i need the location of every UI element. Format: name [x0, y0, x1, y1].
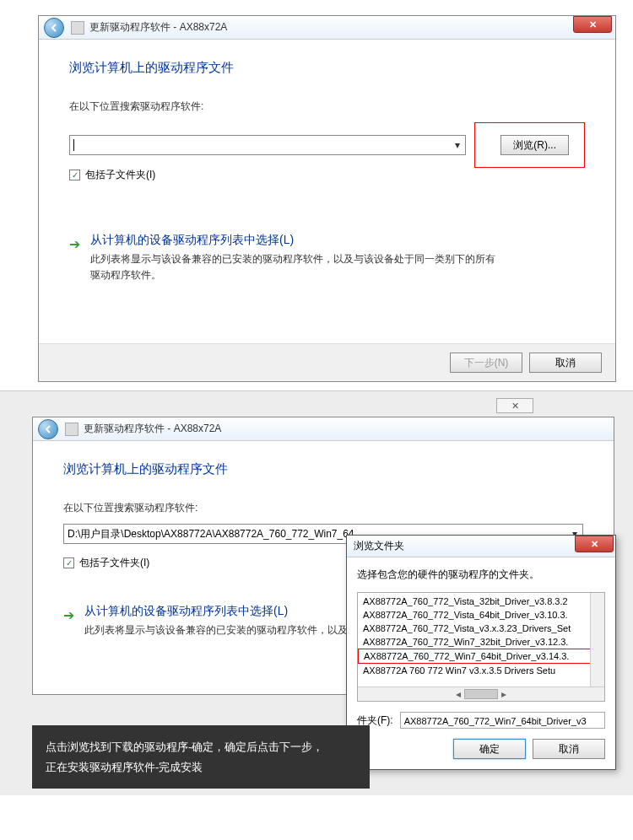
- overlay-line-2: 正在安装驱动程序软件-完成安装: [46, 757, 356, 777]
- option-title: 从计算机的设备驱动程序列表中选择(L): [84, 604, 358, 619]
- option-description: 此列表将显示与该设备兼容的已安装的驱动程序软件，以及与: [84, 622, 358, 638]
- folder-item[interactable]: AX88772A 760 772 Win7 v3.x.3.5 Drivers S…: [358, 664, 604, 677]
- search-label: 在以下位置搜索驱动程序软件:: [69, 100, 585, 114]
- vertical-scrollbar[interactable]: [590, 593, 604, 687]
- horizontal-scrollbar[interactable]: [358, 687, 604, 701]
- dialog-close-button[interactable]: ✕: [575, 536, 614, 552]
- ok-button[interactable]: 确定: [453, 739, 526, 759]
- folder-item[interactable]: AX88772A_760_772_Vista_32bit_Driver_v3.8…: [358, 595, 604, 608]
- back-button[interactable]: [38, 419, 58, 439]
- dialog-buttons: 确定 取消: [357, 739, 605, 759]
- lower-region: ✕ 更新驱动程序软件 - AX88x72A 浏览计算机上的驱动程序文件 在以下位…: [0, 390, 633, 795]
- window-footer: 下一步(N) 取消: [39, 343, 615, 381]
- text-cursor: [73, 139, 74, 151]
- page-heading: 浏览计算机上的驱动程序文件: [69, 60, 585, 76]
- window-title: 更新驱动程序软件 - AX88x72A: [84, 422, 221, 436]
- cancel-button[interactable]: 取消: [533, 739, 605, 759]
- include-subfolders-checkbox[interactable]: ✓: [69, 170, 80, 180]
- instruction-overlay: 点击浏览找到下载的驱动程序-确定，确定后点击下一步， 正在安装驱动程序软件-完成…: [32, 725, 370, 789]
- window-icon: [71, 21, 84, 35]
- browse-button[interactable]: 浏览(R)...: [500, 135, 569, 155]
- path-combobox[interactable]: [69, 135, 466, 155]
- pick-from-list-option[interactable]: ➔ 从计算机的设备驱动程序列表中选择(L) 此列表将显示与该设备兼容的已安装的驱…: [69, 233, 585, 283]
- path-value: D:\用户目录\Desktop\AX88772A\AX88772A_760_77…: [68, 527, 354, 541]
- folder-item[interactable]: AX88772A_760_772_Win7_32bit_Driver_v3.12…: [358, 635, 604, 649]
- overlay-line-1: 点击浏览找到下载的驱动程序-确定，确定后点击下一步，: [46, 737, 356, 757]
- search-label: 在以下位置搜索驱动程序软件:: [63, 501, 583, 515]
- back-button[interactable]: [44, 18, 64, 38]
- close-button[interactable]: ✕: [573, 16, 612, 33]
- browse-highlight-box: 浏览(R)...: [474, 122, 585, 168]
- folder-tree[interactable]: AX88772A_760_772_Vista_32bit_Driver_v3.8…: [357, 592, 605, 702]
- cancel-button[interactable]: 取消: [529, 353, 602, 373]
- titlebar: 更新驱动程序软件 - AX88x72A: [33, 417, 614, 441]
- folder-item[interactable]: AX88772A_760_772_Vista_64bit_Driver_v3.1…: [358, 608, 604, 622]
- option-description: 此列表将显示与该设备兼容的已安装的驱动程序软件，以及与该设备处于同一类别下的所有…: [90, 251, 495, 283]
- include-subfolders-row: ✓ 包括子文件夹(I): [69, 168, 585, 182]
- titlebar: 更新驱动程序软件 - AX88x72A ✕: [39, 16, 615, 40]
- selected-folder-row: 件夹(F): AX88772A_760_772_Win7_64bit_Drive…: [357, 712, 605, 729]
- include-subfolders-label: 包括子文件夹(I): [79, 556, 149, 570]
- folder-item[interactable]: AX88772A_760_772_Win7_64bit_Driver_v3.14…: [358, 649, 604, 664]
- folder-path-field[interactable]: AX88772A_760_772_Win7_64bit_Driver_v3: [400, 712, 605, 729]
- folder-item[interactable]: AX88772A_760_772_Vista_v3.x.3.23_Drivers…: [358, 622, 604, 635]
- dialog-titlebar: 浏览文件夹 ✕: [347, 536, 615, 557]
- arrow-right-icon: ➔: [63, 607, 74, 623]
- browse-folder-dialog: 浏览文件夹 ✕ 选择包含您的硬件的驱动程序的文件夹。 AX88772A_760_…: [346, 535, 616, 770]
- small-close-icon[interactable]: ✕: [496, 398, 533, 413]
- window-content: 浏览计算机上的驱动程序文件 在以下位置搜索驱动程序软件: 浏览(R)... ✓ …: [39, 40, 615, 343]
- driver-update-window-1: 更新驱动程序软件 - AX88x72A ✕ 浏览计算机上的驱动程序文件 在以下位…: [38, 15, 616, 382]
- next-button: 下一步(N): [450, 353, 522, 373]
- include-subfolders-label: 包括子文件夹(I): [85, 168, 155, 182]
- option-title: 从计算机的设备驱动程序列表中选择(L): [90, 233, 495, 248]
- scroll-thumb[interactable]: [464, 689, 498, 699]
- dialog-instruction: 选择包含您的硬件的驱动程序的文件夹。: [357, 568, 605, 582]
- window-title: 更新驱动程序软件 - AX88x72A: [89, 20, 227, 35]
- window-icon: [65, 423, 78, 436]
- include-subfolders-checkbox[interactable]: ✓: [63, 557, 74, 568]
- page-heading: 浏览计算机上的驱动程序文件: [63, 461, 583, 477]
- dialog-body: 选择包含您的硬件的驱动程序的文件夹。 AX88772A_760_772_Vist…: [347, 557, 615, 769]
- dialog-title: 浏览文件夹: [354, 539, 404, 553]
- arrow-right-icon: ➔: [69, 236, 80, 252]
